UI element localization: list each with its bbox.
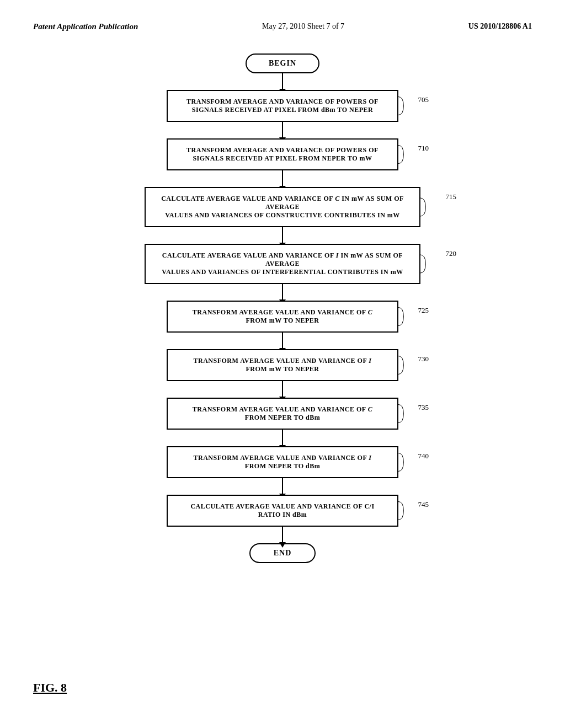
- step-730-box: TRANSFORM AVERAGE VALUE AND VARIANCE OF …: [167, 349, 398, 381]
- step-730-row: TRANSFORM AVERAGE VALUE AND VARIANCE OF …: [167, 349, 398, 381]
- step-705-row: TRANSFORM AVERAGE AND VARIANCE OF POWERS…: [167, 90, 398, 122]
- step-720-number: 720: [446, 249, 457, 258]
- step-745-text: CALCULATE AVERAGE VALUE AND VARIANCE OF …: [190, 502, 374, 518]
- step-715-bracket: [418, 188, 429, 226]
- arrow-7: [282, 381, 283, 398]
- step-715-row: CALCULATE AVERAGE VALUE AND VARIANCE OF …: [145, 187, 420, 227]
- step-710-number: 710: [418, 144, 429, 153]
- step-735-row: TRANSFORM AVERAGE VALUE AND VARIANCE OF …: [167, 398, 398, 430]
- step-730-number: 730: [418, 355, 429, 363]
- begin-box: BEGIN: [246, 53, 319, 73]
- arrow-9: [282, 478, 283, 495]
- step-715-box: CALCULATE AVERAGE VALUE AND VARIANCE OF …: [145, 187, 420, 227]
- step-720-text: CALCULATE AVERAGE VALUE AND VARIANCE OF …: [162, 251, 403, 276]
- end-label: END: [274, 549, 292, 557]
- step-730-text: TRANSFORM AVERAGE VALUE AND VARIANCE OF …: [193, 357, 371, 373]
- step-740-text: TRANSFORM AVERAGE VALUE AND VARIANCE OF …: [193, 454, 371, 470]
- figure-label: FIG. 8: [33, 681, 67, 695]
- flowchart: BEGIN TRANSFORM AVERAGE AND VARIANCE OF …: [33, 53, 532, 563]
- header-patent-number: US 2010/128806 A1: [468, 22, 532, 31]
- step-725-text: TRANSFORM AVERAGE VALUE AND VARIANCE OF …: [193, 308, 372, 324]
- step-715-text: CALCULATE AVERAGE VALUE AND VARIANCE OF …: [161, 195, 404, 219]
- step-710-text: TRANSFORM AVERAGE AND VARIANCE OF POWERS…: [186, 146, 379, 162]
- step-715-number: 715: [446, 192, 457, 201]
- step-725-row: TRANSFORM AVERAGE VALUE AND VARIANCE OF …: [167, 301, 398, 333]
- step-720-box: CALCULATE AVERAGE VALUE AND VARIANCE OF …: [145, 244, 420, 284]
- arrow-2: [282, 122, 283, 138]
- arrow-5: [282, 284, 283, 301]
- step-720-bracket: [418, 245, 429, 283]
- header-publication-label: Patent Application Publication: [33, 22, 138, 31]
- step-745-box: CALCULATE AVERAGE VALUE AND VARIANCE OF …: [167, 495, 398, 527]
- step-740-number: 740: [418, 452, 429, 461]
- step-705-text: TRANSFORM AVERAGE AND VARIANCE OF POWERS…: [186, 98, 379, 114]
- begin-label: BEGIN: [269, 59, 296, 67]
- arrow-1: [282, 73, 283, 90]
- step-730-bracket: [396, 350, 407, 380]
- arrow-6: [282, 333, 283, 349]
- step-740-bracket: [396, 447, 407, 477]
- page-header: Patent Application Publication May 27, 2…: [33, 22, 532, 31]
- step-745-bracket: [396, 496, 407, 526]
- step-705-number: 705: [418, 95, 429, 104]
- page: { "header": { "left": "Patent Applicatio…: [0, 0, 565, 728]
- step-745-row: CALCULATE AVERAGE VALUE AND VARIANCE OF …: [167, 495, 398, 527]
- arrow-10: [282, 527, 283, 543]
- step-745-number: 745: [418, 500, 429, 509]
- step-735-number: 735: [418, 403, 429, 412]
- step-740-row: TRANSFORM AVERAGE VALUE AND VARIANCE OF …: [167, 446, 398, 478]
- step-710-box: TRANSFORM AVERAGE AND VARIANCE OF POWERS…: [167, 138, 398, 170]
- step-735-box: TRANSFORM AVERAGE VALUE AND VARIANCE OF …: [167, 398, 398, 430]
- step-705-bracket: [396, 91, 407, 121]
- step-710-row: TRANSFORM AVERAGE AND VARIANCE OF POWERS…: [167, 138, 398, 170]
- step-710-bracket: [396, 140, 407, 169]
- step-735-bracket: [396, 399, 407, 429]
- arrow-3: [282, 170, 283, 187]
- arrow-8: [282, 430, 283, 446]
- header-date-sheet: May 27, 2010 Sheet 7 of 7: [262, 22, 344, 31]
- step-725-number: 725: [418, 306, 429, 315]
- step-740-box: TRANSFORM AVERAGE VALUE AND VARIANCE OF …: [167, 446, 398, 478]
- step-720-row: CALCULATE AVERAGE VALUE AND VARIANCE OF …: [145, 244, 420, 284]
- step-705-box: TRANSFORM AVERAGE AND VARIANCE OF POWERS…: [167, 90, 398, 122]
- step-725-box: TRANSFORM AVERAGE VALUE AND VARIANCE OF …: [167, 301, 398, 333]
- step-735-text: TRANSFORM AVERAGE VALUE AND VARIANCE OF …: [193, 405, 372, 421]
- step-725-bracket: [396, 302, 407, 331]
- arrow-4: [282, 227, 283, 244]
